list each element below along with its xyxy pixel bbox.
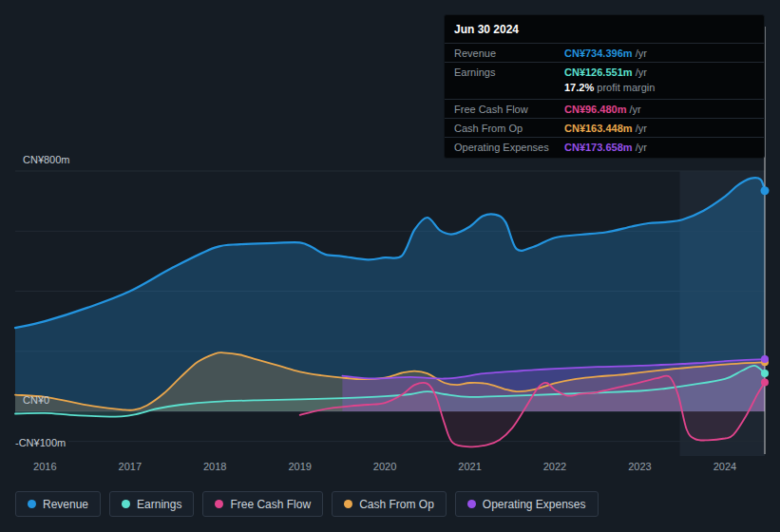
tooltip-date: Jun 30 2024 [445, 15, 764, 43]
tooltip-row-free-cash-flow: Free Cash Flow CN¥96.480m /yr [445, 99, 764, 118]
earnings-label: Earnings [454, 66, 564, 79]
legend-item-free-cash-flow[interactable]: Free Cash Flow [202, 491, 323, 517]
legend: Revenue Earnings Free Cash Flow Cash Fro… [15, 491, 599, 517]
x-axis-label-2016: 2016 [33, 461, 56, 472]
tooltip: Jun 30 2024 Revenue CN¥734.396m /yr Earn… [444, 14, 765, 159]
x-axis-label-2023: 2023 [628, 461, 651, 472]
earnings-end-dot [761, 370, 769, 377]
operating-expenses-label: Operating Expenses [454, 141, 564, 154]
operating-expenses-end-dot [761, 355, 769, 363]
revenue-end-dot [761, 186, 770, 195]
free-cash-flow-legend-dot [215, 500, 223, 508]
x-axis-label-2018: 2018 [203, 461, 226, 472]
revenue-value: CN¥734.396m /yr [564, 47, 647, 60]
y-axis-label--100: -CN¥100m [15, 437, 66, 448]
profit-margin-row: 17.2% profit margin [445, 81, 764, 99]
operating-expenses-legend-label: Operating Expenses [483, 498, 586, 511]
x-axis-label-2020: 2020 [373, 461, 396, 472]
x-axis-label-2019: 2019 [288, 461, 311, 472]
free-cash-flow-end-dot [761, 379, 769, 387]
x-axis-label-2022: 2022 [543, 461, 566, 472]
earnings-legend-label: Earnings [137, 498, 181, 511]
tooltip-row-revenue: Revenue CN¥734.396m /yr [445, 43, 764, 62]
profit-margin-value: 17.2% [564, 82, 594, 93]
x-axis-label-2017: 2017 [119, 461, 142, 472]
earnings-legend-dot [122, 500, 130, 508]
cash-from-op-label: Cash From Op [454, 122, 564, 135]
operating-expenses-value: CN¥173.658m /yr [564, 141, 647, 154]
profit-margin-text: profit margin [597, 82, 655, 93]
revenue-legend-dot [28, 500, 36, 508]
earnings-value: CN¥126.551m /yr [564, 66, 647, 79]
operating-expenses-legend-dot [467, 500, 476, 508]
y-axis-label-0: CN¥0 [23, 394, 49, 406]
tooltip-row-earnings: Earnings CN¥126.551m /yr [445, 62, 764, 81]
revenue-label: Revenue [454, 47, 564, 60]
y-axis-label-800: CN¥800m [23, 154, 70, 165]
legend-item-cash-from-op[interactable]: Cash From Op [332, 491, 447, 517]
legend-item-operating-expenses[interactable]: Operating Expenses [455, 491, 599, 517]
financials-chart-page: CN¥800mCN¥0-CN¥100m201620172018201920202… [0, 0, 780, 532]
revenue-legend-label: Revenue [43, 498, 88, 511]
tooltip-row-operating-expenses: Operating Expenses CN¥173.658m /yr [445, 137, 764, 156]
free-cash-flow-value: CN¥96.480m /yr [564, 103, 641, 116]
x-axis-label-2021: 2021 [458, 461, 481, 472]
tooltip-row-cash-from-op: Cash From Op CN¥163.448m /yr [445, 118, 764, 137]
cash-from-op-value: CN¥163.448m /yr [564, 122, 647, 135]
cash-from-op-legend-label: Cash From Op [359, 498, 434, 511]
cash-from-op-legend-dot [344, 500, 352, 508]
free-cash-flow-label: Free Cash Flow [454, 103, 564, 116]
legend-item-revenue[interactable]: Revenue [15, 491, 101, 517]
legend-item-earnings[interactable]: Earnings [109, 491, 194, 517]
x-axis-label-2024: 2024 [713, 461, 736, 472]
free-cash-flow-legend-label: Free Cash Flow [230, 498, 311, 511]
